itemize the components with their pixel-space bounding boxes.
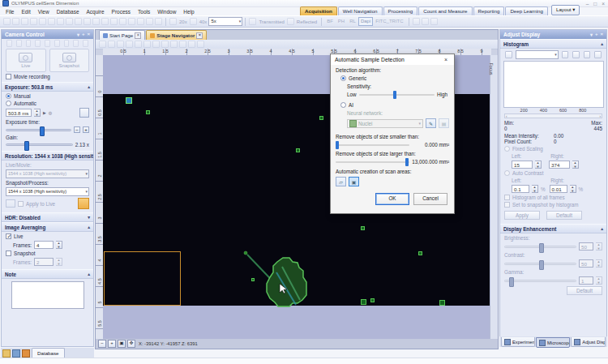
movie-recording-checkbox[interactable] <box>6 74 11 79</box>
objective-combo[interactable]: 5x <box>208 17 242 26</box>
stage-toolbar-icon[interactable] <box>197 41 204 48</box>
channel-combo[interactable] <box>516 50 559 59</box>
toolbar-icon[interactable] <box>430 18 438 25</box>
apply-button[interactable]: Apply <box>504 211 540 220</box>
objective-icon[interactable] <box>169 18 177 25</box>
menu-item-tools[interactable]: Tools <box>135 9 153 15</box>
brightness-slider[interactable] <box>504 246 576 248</box>
zoom-fit-button[interactable]: ▣ <box>118 340 126 348</box>
note-section-header[interactable]: Note▴ <box>2 269 93 279</box>
dialog-close-icon[interactable]: × <box>442 57 450 62</box>
camera-toolbar-icon[interactable] <box>54 40 60 47</box>
stage-toolbar-icon[interactable] <box>143 41 151 48</box>
toolbar-icon[interactable] <box>128 18 135 25</box>
channel-button-fitc[interactable]: FITC_TRITC <box>373 17 405 26</box>
toolbar-icon[interactable] <box>21 18 28 25</box>
exposure-spinner[interactable]: ▲▼ <box>34 109 41 117</box>
gamma-slider[interactable] <box>504 280 576 282</box>
live-frames-spinner[interactable]: ▲▼ <box>56 241 62 249</box>
ribbon-tab-reporting[interactable]: Reporting <box>473 6 505 15</box>
remove-larger-slider[interactable] <box>336 161 409 163</box>
brightness-spinner[interactable]: ▲▼ <box>596 242 602 251</box>
note-textarea[interactable] <box>11 281 84 309</box>
toolbar-icon[interactable] <box>101 18 109 25</box>
scan-area-combined-icon[interactable]: ▣ <box>349 177 359 186</box>
stage-marker[interactable] <box>361 226 365 230</box>
ribbon-tab-acquisition[interactable]: Acquisition <box>300 6 337 15</box>
toolbar-icon[interactable] <box>119 18 126 25</box>
histogram-section-header[interactable]: Histogram▴ <box>500 39 606 49</box>
manual-radio[interactable] <box>6 93 11 99</box>
ribbon-tab-count-and-measure[interactable]: Count and Measure <box>418 6 472 15</box>
exposure-time-slider[interactable] <box>6 129 71 131</box>
stage-toolbar-icon[interactable] <box>188 41 195 48</box>
menu-item-acquire[interactable]: Acquire <box>83 9 108 15</box>
toolbar-icon[interactable] <box>3 18 11 25</box>
close-tab-icon[interactable]: × <box>135 32 141 39</box>
stage-toolbar-icon[interactable] <box>179 41 186 48</box>
dock-tab-experiment-[interactable]: Experiment ... <box>501 337 535 347</box>
edit-network-icon[interactable]: ✎ <box>426 118 436 128</box>
neural-network-combo[interactable]: Nuclei <box>347 119 423 128</box>
toolbar-icon[interactable] <box>146 18 153 25</box>
sensitivity-slider[interactable] <box>359 94 435 96</box>
gamma-spinner[interactable]: ▲▼ <box>596 276 602 285</box>
toolbar-icon[interactable] <box>413 18 420 25</box>
channel-button-bf[interactable]: BF <box>324 17 336 26</box>
lamp-icon[interactable] <box>249 18 256 25</box>
fit-icon[interactable] <box>594 51 602 58</box>
hdr-section-header[interactable]: HDR: Disabled▾ <box>2 212 93 222</box>
document-tab-start-page[interactable]: Start Page× <box>99 30 145 40</box>
averaging-live-checkbox[interactable] <box>6 233 11 239</box>
toolbar-icon[interactable] <box>92 18 100 25</box>
toolbar-icon[interactable] <box>12 18 19 25</box>
mag-button-40x[interactable]: 40x <box>199 19 208 24</box>
toolbar-icon[interactable] <box>48 18 55 25</box>
fixed-right-spinner[interactable]: ▲▼ <box>572 161 579 169</box>
camera-toolbar-icon[interactable] <box>35 40 41 47</box>
stage-marker[interactable] <box>418 251 422 255</box>
swap-icon[interactable] <box>6 199 15 208</box>
stage-marker[interactable] <box>370 298 375 302</box>
auto-right-spinner[interactable]: ▲▼ <box>570 185 576 193</box>
stage-marker[interactable] <box>296 148 300 152</box>
stage-toolbar-icon[interactable] <box>117 41 124 48</box>
generic-radio[interactable] <box>340 75 346 81</box>
menu-item-help[interactable]: Help <box>180 9 197 15</box>
histogram-all-frames-checkbox[interactable] <box>504 195 510 200</box>
chevron-down-icon[interactable]: ▾ <box>77 32 79 37</box>
scan-area-rect[interactable] <box>104 251 181 306</box>
close-tab-icon[interactable]: × <box>196 32 203 39</box>
stage-marker[interactable] <box>319 116 323 120</box>
warning-button[interactable] <box>78 198 89 209</box>
ai-radio[interactable] <box>340 102 346 108</box>
toolbar-icon[interactable] <box>57 18 64 25</box>
fixed-right-input[interactable]: 374 <box>549 161 570 169</box>
snapshot-process-combo[interactable]: 1544 x 1038 (High sensitivity) <box>6 187 89 196</box>
linear-curve-icon[interactable] <box>572 51 580 58</box>
stage-toolbar-icon[interactable] <box>108 41 115 48</box>
contrast-input[interactable]: 50 <box>579 259 593 268</box>
database-tab[interactable]: Database <box>32 348 65 358</box>
increase-button[interactable]: + <box>83 126 89 133</box>
decrease-button[interactable]: − <box>74 126 80 133</box>
fixed-scaling-radio[interactable] <box>504 146 510 152</box>
fixed-left-spinner[interactable]: ▲▼ <box>535 161 542 169</box>
channel-button-dapi[interactable]: Dapi <box>358 17 373 26</box>
resolution-section-header[interactable]: Resolution: 1544 x 1038 (High sensitivit… <box>2 151 93 161</box>
stage-marker[interactable] <box>439 300 445 306</box>
toolbar-icon[interactable] <box>83 18 91 25</box>
menu-item-view[interactable]: View <box>35 9 53 15</box>
gain-slider[interactable] <box>6 143 73 146</box>
stage-marker[interactable] <box>126 97 132 104</box>
toolbar-icon[interactable] <box>155 18 162 25</box>
menu-item-database[interactable]: Database <box>54 9 83 15</box>
folder-icon[interactable] <box>2 349 11 358</box>
zoom-in-icon[interactable] <box>562 51 569 58</box>
auto-right-input[interactable]: 0.01 <box>550 185 567 193</box>
stage-toolbar-icon[interactable] <box>126 41 133 48</box>
camera-toolbar-icon[interactable] <box>26 40 32 47</box>
pin-icon[interactable]: + <box>82 32 85 37</box>
live-movie-combo[interactable]: 1544 x 1038 (High sensitivity) <box>6 169 89 178</box>
close-icon[interactable]: × <box>87 32 90 37</box>
